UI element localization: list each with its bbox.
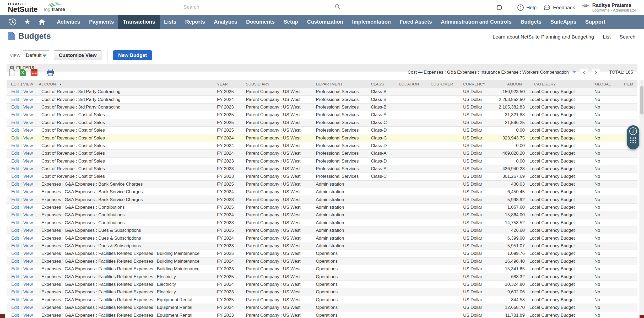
view-link[interactable]: View — [23, 282, 33, 287]
view-link[interactable]: View — [23, 189, 33, 194]
edit-link[interactable]: Edit — [11, 243, 19, 248]
nav-item-transactions[interactable]: Transactions — [118, 15, 159, 29]
header-class[interactable]: CLASS — [366, 80, 394, 88]
edit-link[interactable]: Edit — [11, 297, 19, 302]
netsuite-logo[interactable]: ORACLE NetSuite — [8, 2, 38, 13]
edit-link[interactable]: Edit — [11, 212, 19, 217]
nav-item-documents[interactable]: Documents — [242, 15, 279, 29]
edit-link[interactable]: Edit — [11, 274, 19, 279]
view-link[interactable]: View — [23, 128, 33, 133]
header-category[interactable]: CATEGORY — [525, 80, 590, 88]
view-select[interactable]: Default — [23, 50, 49, 60]
nav-item-setup[interactable]: Setup — [279, 15, 303, 29]
info-icon[interactable]: i — [629, 127, 637, 135]
nav-item-customization[interactable]: Customization — [303, 15, 348, 29]
learn-link[interactable]: Learn about NetSuite Planning and Budget… — [493, 34, 594, 40]
view-link[interactable]: View — [23, 159, 33, 164]
edit-link[interactable]: Edit — [11, 197, 19, 202]
nav-item-fixed-assets[interactable]: Fixed Assets — [395, 15, 436, 29]
nav-item-activities[interactable]: Activities — [52, 15, 85, 29]
edit-link[interactable]: Edit — [11, 105, 19, 110]
view-link[interactable]: View — [23, 274, 33, 279]
list-link[interactable]: List — [603, 34, 611, 40]
edit-link[interactable]: Edit — [11, 182, 19, 187]
header-global[interactable]: GLOBAL — [590, 80, 613, 88]
header-item[interactable]: ITEM — [613, 80, 637, 88]
edit-link[interactable]: Edit — [11, 136, 19, 141]
next-page-button[interactable]: › — [592, 68, 600, 76]
view-link[interactable]: View — [23, 174, 33, 179]
shortcuts-button[interactable]: ★ — [20, 15, 35, 29]
edit-link[interactable]: Edit — [11, 236, 19, 241]
range-caret-icon[interactable] — [572, 71, 576, 73]
edit-link[interactable]: Edit — [11, 128, 19, 133]
edit-link[interactable]: Edit — [11, 228, 19, 233]
recent-records-button[interactable] — [5, 15, 20, 29]
export-pdf-icon[interactable]: PDF — [31, 69, 38, 76]
header-department[interactable]: DEPARTMENT — [311, 80, 366, 88]
header-location[interactable]: LOCATION — [394, 80, 426, 88]
edit-link[interactable]: Edit — [11, 305, 19, 310]
dots-grid-icon[interactable] — [630, 137, 636, 143]
view-link[interactable]: View — [23, 120, 33, 125]
edit-link[interactable]: Edit — [11, 166, 19, 171]
view-link[interactable]: View — [23, 228, 33, 233]
header-year[interactable]: YEAR — [212, 80, 241, 88]
edit-link[interactable]: Edit — [11, 220, 19, 225]
search-link[interactable]: Search — [620, 34, 635, 40]
view-link[interactable]: View — [23, 259, 33, 264]
view-link[interactable]: View — [23, 166, 33, 171]
scroll-up-icon[interactable]: ▲ — [640, 81, 644, 84]
view-link[interactable]: View — [23, 236, 33, 241]
view-link[interactable]: View — [23, 266, 33, 271]
help-button[interactable]: ? Help — [517, 4, 537, 11]
new-budget-button[interactable]: New Budget — [113, 50, 152, 60]
quick-add-button[interactable] — [496, 4, 503, 11]
edit-link[interactable]: Edit — [11, 205, 19, 210]
edit-link[interactable]: Edit — [11, 112, 19, 117]
view-link[interactable]: View — [23, 205, 33, 210]
edit-link[interactable]: Edit — [11, 189, 19, 194]
edit-link[interactable]: Edit — [11, 259, 19, 264]
home-button[interactable] — [35, 15, 49, 29]
nav-item-reports[interactable]: Reports — [181, 15, 210, 29]
nav-item-budgets[interactable]: Budgets — [516, 15, 546, 29]
nav-item-administration-and-controls[interactable]: Administration and Controls — [436, 15, 516, 29]
edit-link[interactable]: Edit — [11, 282, 19, 287]
edit-link[interactable]: Edit — [11, 97, 19, 102]
header-account[interactable]: ACCOUNT▲ — [37, 80, 212, 88]
nav-item-payments[interactable]: Payments — [85, 15, 118, 29]
scrollbar-thumb[interactable] — [640, 86, 643, 115]
header-currency[interactable]: CURRENCY — [458, 80, 493, 88]
view-link[interactable]: View — [23, 105, 33, 110]
view-link[interactable]: View — [23, 251, 33, 256]
view-link[interactable]: View — [23, 220, 33, 225]
edit-link[interactable]: Edit — [11, 143, 19, 148]
export-excel-icon[interactable]: X — [19, 69, 26, 76]
edit-link[interactable]: Edit — [11, 120, 19, 125]
prev-page-button[interactable]: ‹ — [580, 68, 588, 76]
edit-link[interactable]: Edit — [11, 289, 19, 294]
edit-link[interactable]: Edit — [11, 251, 19, 256]
view-link[interactable]: View — [23, 243, 33, 248]
global-search-input[interactable] — [180, 2, 343, 12]
view-link[interactable]: View — [23, 151, 33, 156]
user-menu[interactable]: Raditya Pratama Logiframe - Administrato… — [582, 2, 636, 13]
edit-link[interactable]: Edit — [11, 151, 19, 156]
view-link[interactable]: View — [23, 89, 33, 94]
edit-link[interactable]: Edit — [11, 266, 19, 271]
nav-item-suiteapps[interactable]: SuiteApps — [546, 15, 581, 29]
view-link[interactable]: View — [23, 289, 33, 294]
view-link[interactable]: View — [23, 305, 33, 310]
vertical-scrollbar[interactable]: ▲ — [640, 80, 644, 318]
header-amount[interactable]: AMOUNT — [493, 80, 525, 88]
view-link[interactable]: View — [23, 112, 33, 117]
edit-link[interactable]: Edit — [11, 89, 19, 94]
nav-item-implementation[interactable]: Implementation — [348, 15, 395, 29]
header-subsidiary[interactable]: SUBSIDIARY — [241, 80, 311, 88]
view-link[interactable]: View — [23, 313, 33, 318]
nav-item-lists[interactable]: Lists — [160, 15, 181, 29]
edit-link[interactable]: Edit — [11, 159, 19, 164]
view-link[interactable]: View — [23, 212, 33, 217]
view-link[interactable]: View — [23, 143, 33, 148]
